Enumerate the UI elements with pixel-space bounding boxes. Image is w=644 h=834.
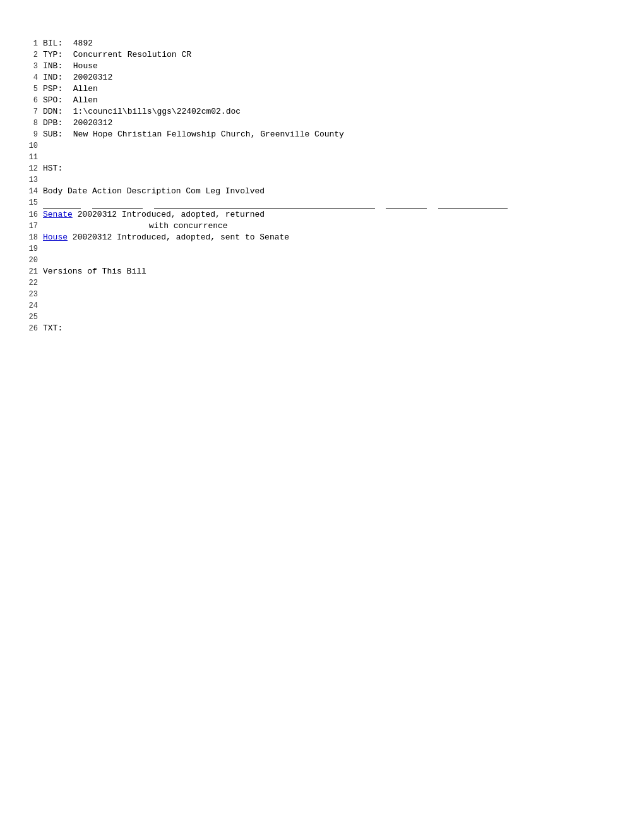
line-9: 9 SUB: New Hope Christian Fellowship Chu… [25,129,619,140]
line-25: 25 [25,311,619,323]
line-26: 26 TXT: [25,323,619,334]
line-number: 16 [25,209,38,221]
line-10: 10 [25,140,619,152]
typ-label: TYP: [43,49,68,61]
line-number: 6 [25,95,38,106]
spo-label: SPO: [43,95,68,106]
sub-label: SUB: [43,129,68,140]
line-number: 14 [25,186,38,197]
history-house-date: 20020312 [73,233,112,242]
history-senate-action-line1: Introduced, adopted, returned [122,210,265,219]
history-senate-body: Senate [43,210,78,219]
line-8: 8 DPB: 20020312 [25,118,619,129]
line-number: 5 [25,83,38,95]
line-4: 4 IND: 20020312 [25,72,619,83]
line-15: 15 [25,197,619,209]
line-number: 24 [25,300,38,311]
txt-label: TXT: [43,323,68,334]
dpb-label: DPB: [43,118,68,129]
bil-label: BIL: [43,38,68,49]
line-number: 18 [25,232,38,243]
line-21: 21 Versions of This Bill [25,266,619,277]
line-13: 13 [25,174,619,186]
line-number: 17 [25,221,38,232]
line-number: 23 [25,289,38,300]
ind-value: 20020312 [73,73,112,82]
line-12: 12 HST: [25,163,619,174]
line-number: 7 [25,106,38,118]
line-23: 23 [25,289,619,300]
history-house-action-line1: Introduced, adopted, sent to Senate [117,233,289,242]
line-16: 16 Senate 20020312 Introduced, adopted, … [25,209,619,221]
line-3: 3 INB: House [25,61,619,72]
hst-label: HST: [43,163,68,174]
line-number: 10 [25,140,38,152]
ddn-label: DDN: [43,106,68,118]
ind-label: IND: [43,72,68,83]
line-number: 19 [25,243,38,255]
line-5: 5 PSP: Allen [25,83,619,95]
line-24: 24 [25,300,619,311]
typ-value: Concurrent Resolution CR [73,50,191,59]
line-number: 1 [25,38,38,49]
line-20: 20 [25,255,619,266]
ddn-value: 1:\council\bills\ggs\22402cm02.doc [73,107,241,116]
line-number: 3 [25,61,38,72]
line-19: 19 [25,243,619,255]
senate-link[interactable]: Senate [43,210,73,219]
line-number: 22 [25,277,38,289]
line-number: 11 [25,152,38,163]
history-header-action: Action Description [92,186,181,196]
line-1: 1 BIL: 4892 [25,38,619,49]
line-number: 8 [25,118,38,129]
line-number: 12 [25,163,38,174]
line-17: 17 with concurrence [25,221,619,232]
history-header-leg: Leg Involved [206,186,265,196]
line-6: 6 SPO: Allen [25,95,619,106]
inb-value: House [73,61,98,71]
sub-value: New Hope Christian Fellowship Church, Gr… [73,130,344,139]
bil-value: 4892 [73,39,93,48]
line-7: 7 DDN: 1:\council\bills\ggs\22402cm02.do… [25,106,619,118]
psp-label: PSP: [43,83,68,95]
history-header-date: Date [68,186,87,196]
line-number: 26 [25,323,38,334]
inb-label: INB: [43,61,68,72]
versions-label: Versions of This Bill [43,267,146,276]
line-number: 25 [25,311,38,323]
line-number: 2 [25,49,38,61]
line-number: 4 [25,72,38,83]
house-link[interactable]: House [43,233,68,242]
history-senate-date: 20020312 [78,210,117,219]
spo-value: Allen [73,95,98,105]
line-number: 13 [25,174,38,186]
line-18: 18 House 20020312 Introduced, adopted, s… [25,232,619,243]
history-house-body: House [43,233,73,242]
line-number: 9 [25,129,38,140]
line-number: 20 [25,255,38,266]
psp-value: Allen [73,84,98,94]
history-senate-action-line2: with concurrence [149,221,228,231]
dpb-value: 20020312 [73,118,112,128]
line-number: 21 [25,266,38,277]
line-number: 15 [25,197,38,208]
line-11: 11 [25,152,619,163]
line-2: 2 TYP: Concurrent Resolution CR [25,49,619,61]
history-header-body: Body [43,186,63,196]
line-22: 22 [25,277,619,289]
page: 1 BIL: 4892 2 TYP: Concurrent Resolution… [0,0,644,834]
history-header-com: Com [186,186,200,196]
line-14: 14 Body Date Action Description Com Leg … [25,186,619,197]
